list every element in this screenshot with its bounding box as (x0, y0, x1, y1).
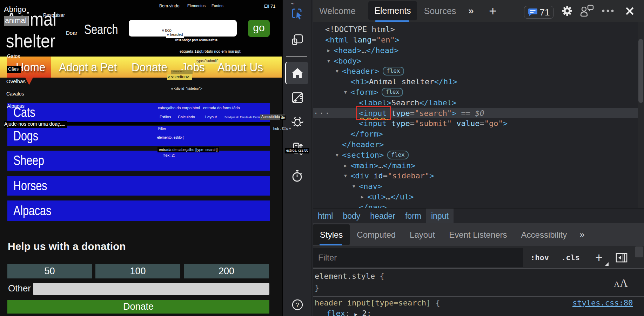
nav-item-donate[interactable]: Donate (132, 57, 170, 78)
styles-tab-styles[interactable]: Styles (313, 224, 350, 245)
translation-overlay-16: v <section> (167, 74, 192, 80)
expanded-arrow-icon[interactable]: ▼ (353, 184, 355, 189)
dom-row[interactable]: ▼<body> (313, 55, 638, 66)
styles-tab-computed[interactable]: Computed (350, 223, 403, 246)
collapsed-arrow-icon[interactable]: ▶ (361, 194, 364, 199)
dom-row[interactable]: </header> (313, 139, 638, 150)
dom-row[interactable]: <!DOCTYPE html> (313, 24, 638, 35)
design-tool-icon[interactable] (290, 91, 304, 105)
font-editor-icon[interactable]: AA (614, 277, 628, 290)
new-style-rule-button[interactable]: + (595, 246, 603, 269)
category-horses[interactable]: Horses (7, 176, 270, 196)
dom-row[interactable]: ▼<div id="sidebar"> (313, 171, 638, 181)
styles-filter-input[interactable]: Filter (313, 248, 523, 267)
element-style-rule[interactable]: element.style { } (315, 270, 384, 294)
feedback-icon[interactable] (579, 0, 594, 22)
styles-scrollbar-thumb[interactable] (635, 246, 643, 257)
category-sheep[interactable]: Sheep (7, 151, 270, 171)
css-rule[interactable]: header input[type=search] { flex: ▶ 2; (315, 298, 440, 316)
expanded-arrow-icon[interactable]: ▼ (344, 173, 347, 178)
dom-row[interactable]: ▶<main>…</main> (313, 160, 638, 171)
dom-row[interactable]: ▼<header>flex (313, 66, 638, 77)
flex-badge[interactable]: flex (382, 88, 403, 97)
dom-row[interactable]: </form> (313, 129, 638, 139)
code-token-tag: > (503, 119, 508, 128)
translation-overlay-11: etiqueta 1&gt;rótulo rico em mar&gt; (180, 49, 241, 54)
translation-overlay-28: Ajude-nos com uma doação (4, 121, 67, 128)
code-token-tag: <section> (342, 151, 384, 159)
flex-badge[interactable]: flex (387, 151, 409, 159)
expanded-arrow-icon[interactable]: ▼ (344, 90, 347, 95)
go-button[interactable]: go (248, 20, 270, 37)
dom-row[interactable]: ▼<nav> (313, 181, 638, 192)
devtools: ? » + 71 (282, 0, 644, 316)
dom-row[interactable]: <input type="submit" value="go"> (313, 118, 638, 129)
dom-row[interactable]: <h1>Animal shelter</h1> (313, 77, 638, 87)
category-alpacas[interactable]: Alpacas (7, 200, 270, 221)
close-devtools-button[interactable] (625, 0, 634, 22)
dom-tree-scrollbar[interactable] (638, 22, 644, 208)
other-label: Other (8, 283, 31, 294)
help-icon[interactable]: ? (290, 298, 304, 312)
performance-tool-icon[interactable] (290, 169, 304, 183)
home-tool-icon[interactable] (290, 66, 304, 80)
bug-tool-icon[interactable] (290, 114, 304, 129)
amount-button-200[interactable]: 200 (184, 264, 269, 278)
breadcrumb-body[interactable]: body (338, 209, 365, 223)
add-tool-button[interactable]: + (489, 0, 497, 22)
dom-row[interactable]: ▼<section>flex (313, 150, 638, 160)
flex-badge[interactable]: flex (383, 67, 404, 75)
tool-tab-welcome[interactable]: Welcome (313, 0, 362, 22)
expanded-arrow-icon[interactable]: ▼ (336, 152, 338, 158)
issues-counter[interactable]: 71 (524, 6, 554, 19)
nav-item-about-us[interactable]: About Us (217, 57, 267, 78)
tool-tab-elements[interactable]: Elements (368, 1, 417, 20)
inspect-icon[interactable] (290, 7, 304, 21)
more-options-dots[interactable] (602, 0, 614, 22)
amount-button-100[interactable]: 100 (95, 264, 180, 278)
code-token-tag: <div (350, 171, 369, 180)
breadcrumb-html[interactable]: html (313, 209, 338, 223)
more-tools-chevron[interactable]: » (468, 0, 474, 22)
code-token-tag: </h1> (434, 77, 457, 86)
translation-overlay-9: v headed (166, 32, 184, 38)
computed-sidebar-toggle-icon[interactable] (616, 253, 628, 263)
donate-button[interactable]: Donate (7, 300, 269, 314)
dom-row[interactable]: ▼<form>flex (313, 87, 638, 97)
issues-count: 71 (540, 7, 550, 18)
dom-row[interactable]: ▶<head>…</head> (313, 45, 638, 55)
category-dogs[interactable]: Dogs (7, 126, 270, 146)
styles-more-tabs-chevron[interactable]: » (574, 223, 584, 246)
code-token-txt: Search (391, 98, 419, 107)
tool-tab-sources[interactable]: Sources (418, 0, 462, 22)
collapsed-arrow-icon[interactable]: ▶ (344, 163, 347, 168)
translation-overlay-10: <h1>Abrigo para animais</h1> (175, 38, 218, 42)
styles-tab-accessibility[interactable]: Accessibility (514, 223, 574, 246)
device-emulation-icon[interactable] (290, 33, 304, 47)
styles-tab-layout[interactable]: Layout (403, 223, 442, 246)
code-token-doc (348, 35, 353, 44)
toggle-class-button[interactable]: .cls (561, 246, 580, 269)
amount-button-50[interactable]: 50 (7, 264, 92, 278)
dom-tree-scrollbar-thumb[interactable] (638, 39, 643, 103)
toggle-hover-state-button[interactable]: :hov (530, 246, 549, 269)
translation-overlay-4: Bem-vindo (159, 4, 179, 8)
code-token-eq: = (410, 119, 415, 128)
dom-row[interactable]: <html lang="en"> (313, 34, 638, 45)
expanded-arrow-icon[interactable]: ▼ (327, 58, 330, 64)
expanded-arrow-icon[interactable]: ▼ (336, 68, 338, 74)
collapsed-arrow-icon[interactable]: ▶ (327, 48, 330, 53)
stylesheet-link[interactable]: styles.css:80 (572, 298, 633, 307)
nav-item-adopt-a-pet[interactable]: Adopt a Pet (59, 57, 121, 78)
dom-row[interactable]: </nav> (313, 202, 638, 208)
other-amount-input[interactable] (33, 283, 269, 295)
code-token-dots: … (361, 46, 366, 55)
row-hover-dots[interactable]: ··· (314, 109, 331, 118)
breadcrumb-form[interactable]: form (400, 209, 426, 223)
dom-row[interactable]: ▶<ul>…</ul> (313, 191, 638, 202)
styles-tab-event-listeners[interactable]: Event Listeners (442, 223, 514, 246)
settings-gear-icon[interactable] (561, 0, 574, 22)
breadcrumb-header[interactable]: header (365, 209, 400, 223)
breadcrumb-input[interactable]: input (426, 209, 454, 223)
tool-tab-bar: » + 71 (313, 0, 644, 22)
